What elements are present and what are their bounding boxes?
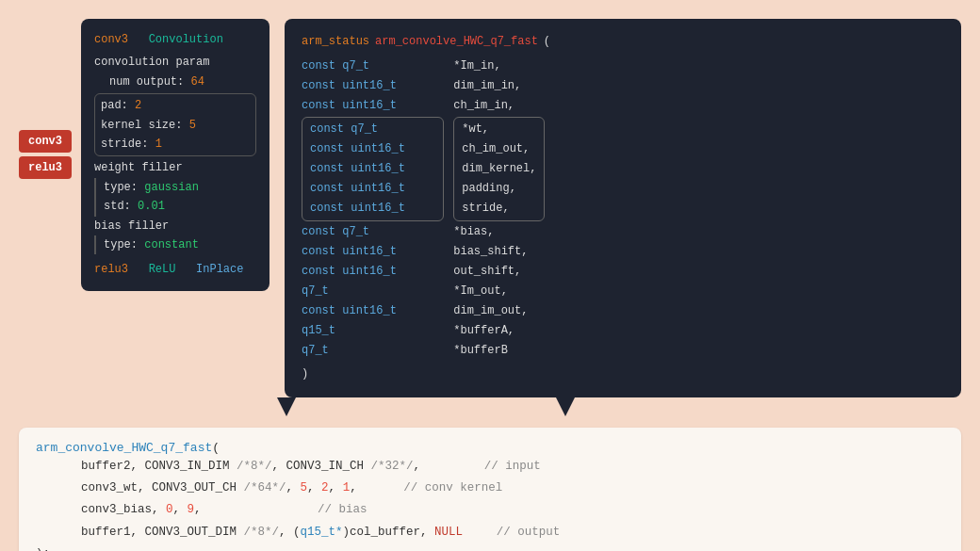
code-line-1: buffer2, CONV3_IN_DIM /*8*/, CONV3_IN_CH… [36, 456, 944, 478]
param-name-6: dim_kernel, [462, 159, 536, 179]
code-l2-text: conv3_wt, CONV3_OUT_CH [81, 481, 244, 494]
right-arrow [556, 397, 575, 416]
param-name-7: padding, [462, 179, 536, 199]
conv3-title: conv3 [94, 33, 128, 46]
code-l2-c2: , [329, 481, 343, 494]
param-row-6: const uint16_t [310, 159, 435, 179]
code-l3-num2: 9 [188, 503, 195, 516]
node-labels: conv3 relu3 [19, 130, 72, 179]
code-l1-end: , [414, 460, 421, 473]
param-row-9: const q7_t [302, 222, 444, 242]
code-l1-comma: , CONV3_IN_CH [272, 460, 371, 473]
code-l4-mid2: )col_buffer, [343, 526, 435, 539]
arm-status-label: arm_status [302, 32, 369, 53]
stride-val: 1 [155, 138, 162, 151]
num-output-line: num output: 64 [94, 73, 256, 91]
param-name-9: *bias, [453, 222, 545, 242]
param-row-10: const uint16_t [302, 242, 444, 262]
convolution-label: Convolution [149, 33, 223, 46]
code-l1-text: buffer2, CONV3_IN_DIM [81, 460, 237, 473]
pad-val: 2 [135, 99, 141, 112]
code-l2-c1: , [307, 481, 321, 494]
relu3-type: ReLU [149, 263, 176, 276]
code-line-4: buffer1, CONV3_OUT_DIM /*8*/, (q15_t*)co… [36, 522, 944, 543]
func-name: arm_convolve_HWC_q7_fast [375, 32, 538, 53]
code-l3-inline-comment: // bias [318, 503, 368, 516]
code-line-2: conv3_wt, CONV3_OUT_CH /*64*/, 5, 2, 1, … [36, 478, 944, 499]
param-name-3: ch_im_in, [453, 96, 545, 116]
code-l3-num1: 0 [166, 503, 173, 516]
weight-std-val: 0.01 [138, 200, 165, 213]
param-names-boxed: *wt, ch_im_out, dim_kernel, padding, str… [453, 117, 545, 221]
top-section: conv3 relu3 conv3 Convolution convolutio… [19, 19, 961, 397]
code-l2-num1: 5 [301, 481, 308, 494]
stride-line: stride: 1 [101, 135, 250, 154]
right-panel: arm_status arm_convolve_HWC_q7_fast ( co… [285, 19, 961, 397]
param-row-12: q7_t [302, 282, 444, 301]
code-l3-c1: , [173, 503, 188, 516]
code-l3-comma: , [194, 503, 202, 516]
pad-line: pad: 2 [101, 96, 250, 115]
param-name-2: dim_im_in, [453, 76, 545, 96]
func-call-paren: ( [212, 441, 220, 455]
param-name-13: dim_im_out, [453, 301, 545, 321]
code-l2-num3: 1 [343, 481, 351, 494]
code-l4-inline-comment: // output [497, 526, 561, 539]
code-func-call: arm_convolve_HWC_q7_fast( [36, 439, 944, 456]
weight-filler-label: weight filler [94, 158, 256, 177]
weight-type-val: gaussian [144, 181, 199, 194]
weight-std-line: std: 0.01 [94, 197, 256, 216]
code-l1-inline-comment: // input [484, 460, 541, 473]
param-row-13: const uint16_t [302, 301, 444, 321]
param-row-7: const uint16_t [310, 179, 435, 199]
relu3-label: relu3 [19, 156, 72, 179]
code-l2-num2: 2 [321, 481, 329, 494]
param-name-15: *bufferB [453, 341, 545, 361]
code-l4-text1: buffer1, CONV3_OUT_DIM [81, 526, 244, 539]
param-row-14: q15_t [302, 321, 444, 341]
relu3-name: relu3 [94, 263, 128, 276]
code-l1-comment2: /*32*/ [371, 460, 414, 473]
kernel-line: kernel size: 5 [101, 116, 250, 135]
param-name-10: bias_shift, [453, 242, 545, 262]
left-panel-title: conv3 Convolution [94, 30, 256, 49]
left-panel: conv3 Convolution convolution param num … [81, 19, 270, 291]
close-paren: ) [302, 365, 944, 385]
code-l2-mid: , [286, 481, 301, 494]
params-boxed-left: const q7_t const uint16_t const uint16_t… [302, 117, 444, 221]
param-name-5: ch_im_out, [462, 139, 536, 159]
code-l4-cast: q15_t* [301, 526, 343, 539]
param-name-12: *Im_out, [453, 282, 545, 301]
weight-type-line: type: gaussian [94, 178, 256, 197]
param-name-11: out_shift, [453, 262, 545, 282]
open-paren: ( [544, 32, 550, 53]
relu3-inplace: InPlace [196, 263, 243, 276]
code-l3-text: conv3_bias, [81, 503, 166, 516]
param-row-4: const q7_t [310, 120, 435, 139]
code-line-5: ); [36, 543, 944, 551]
param-row-8: const uint16_t [310, 199, 435, 219]
func-call-name: arm_convolve_HWC_q7_fast [36, 441, 212, 455]
code-l4-null: NULL [434, 526, 463, 539]
code-l2-comment: /*64*/ [244, 481, 286, 494]
bias-type-val: constant [144, 238, 199, 251]
param-row-3: const uint16_t [302, 96, 444, 116]
code-l1-comment1: /*8*/ [237, 460, 272, 473]
param-row-1: const q7_t [302, 57, 444, 76]
arrows-row [19, 397, 961, 424]
code-l2-comma: , [350, 481, 357, 494]
kernel-val: 5 [189, 119, 196, 132]
conv-params-box: pad: 2 kernel size: 5 stride: 1 [94, 93, 256, 156]
param-row-15: q7_t [302, 341, 444, 361]
right-col1: const q7_t const uint16_t const uint16_t… [302, 57, 444, 361]
right-panel-header: arm_status arm_convolve_HWC_q7_fast ( [302, 32, 944, 53]
conv-param-label: convolution param [94, 53, 256, 72]
param-name-4: *wt, [462, 120, 536, 139]
param-name-1: *Im_in, [453, 57, 545, 76]
main-container: conv3 relu3 conv3 Convolution convolutio… [0, 0, 980, 551]
right-panel-content: const q7_t const uint16_t const uint16_t… [302, 57, 944, 361]
relu3-line: relu3 ReLU InPlace [94, 260, 256, 279]
code-l4-mid: , ( [279, 526, 301, 539]
right-col2: *Im_in, dim_im_in, ch_im_in, *wt, ch_im_… [453, 57, 545, 361]
code-l2-inline-comment: // conv kernel [403, 481, 502, 494]
